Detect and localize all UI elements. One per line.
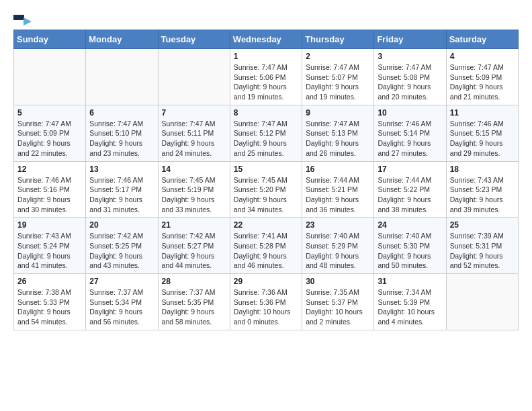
day-number: 5	[17, 108, 82, 118]
day-number: 30	[306, 277, 370, 286]
day-info: Sunrise: 7:37 AM Sunset: 5:35 PM Dayligh…	[162, 287, 226, 327]
day-number: 11	[450, 108, 515, 118]
day-number: 31	[378, 277, 442, 286]
weekday-header-sunday: Sunday	[14, 30, 86, 49]
calendar-week-row: 12Sunrise: 7:46 AM Sunset: 5:16 PM Dayli…	[14, 161, 519, 218]
day-info: Sunrise: 7:47 AM Sunset: 5:09 PM Dayligh…	[450, 62, 515, 102]
calendar-cell: 2Sunrise: 7:47 AM Sunset: 5:07 PM Daylig…	[302, 49, 374, 105]
calendar-cell: 20Sunrise: 7:42 AM Sunset: 5:25 PM Dayli…	[86, 218, 158, 274]
calendar-cell: 14Sunrise: 7:45 AM Sunset: 5:19 PM Dayli…	[158, 161, 230, 218]
calendar-cell: 3Sunrise: 7:47 AM Sunset: 5:08 PM Daylig…	[374, 49, 446, 105]
day-info: Sunrise: 7:44 AM Sunset: 5:22 PM Dayligh…	[378, 175, 442, 215]
day-info: Sunrise: 7:47 AM Sunset: 5:11 PM Dayligh…	[162, 119, 226, 158]
day-number: 10	[378, 108, 442, 118]
calendar-cell: 19Sunrise: 7:43 AM Sunset: 5:24 PM Dayli…	[14, 218, 86, 274]
day-number: 15	[234, 165, 298, 174]
calendar-cell: 5Sunrise: 7:47 AM Sunset: 5:09 PM Daylig…	[14, 105, 86, 161]
calendar-cell: 29Sunrise: 7:36 AM Sunset: 5:36 PM Dayli…	[230, 274, 302, 330]
day-info: Sunrise: 7:40 AM Sunset: 5:29 PM Dayligh…	[306, 231, 370, 271]
day-info: Sunrise: 7:35 AM Sunset: 5:37 PM Dayligh…	[306, 287, 370, 327]
day-info: Sunrise: 7:46 AM Sunset: 5:14 PM Dayligh…	[378, 119, 442, 158]
day-number: 3	[378, 52, 442, 61]
day-number: 20	[89, 220, 154, 230]
calendar-cell: 17Sunrise: 7:44 AM Sunset: 5:22 PM Dayli…	[374, 161, 446, 218]
calendar-cell: 18Sunrise: 7:43 AM Sunset: 5:23 PM Dayli…	[446, 161, 518, 218]
calendar-cell: 23Sunrise: 7:40 AM Sunset: 5:29 PM Dayli…	[302, 218, 374, 274]
calendar-cell	[446, 274, 518, 330]
calendar-week-row: 5Sunrise: 7:47 AM Sunset: 5:09 PM Daylig…	[14, 105, 519, 161]
day-number: 9	[306, 108, 370, 118]
day-number: 18	[450, 165, 515, 174]
day-info: Sunrise: 7:47 AM Sunset: 5:07 PM Dayligh…	[306, 62, 370, 102]
calendar-header-row: SundayMondayTuesdayWednesdayThursdayFrid…	[14, 30, 519, 49]
calendar-cell: 22Sunrise: 7:41 AM Sunset: 5:28 PM Dayli…	[230, 218, 302, 274]
calendar-week-row: 26Sunrise: 7:38 AM Sunset: 5:33 PM Dayli…	[14, 274, 519, 330]
day-info: Sunrise: 7:44 AM Sunset: 5:21 PM Dayligh…	[306, 175, 370, 215]
weekday-header-friday: Friday	[374, 30, 446, 49]
day-info: Sunrise: 7:46 AM Sunset: 5:15 PM Dayligh…	[450, 119, 515, 158]
calendar-cell: 21Sunrise: 7:42 AM Sunset: 5:27 PM Dayli…	[158, 218, 230, 274]
logo-arrow-icon	[24, 17, 32, 26]
day-info: Sunrise: 7:47 AM Sunset: 5:08 PM Dayligh…	[378, 62, 442, 102]
day-number: 8	[234, 108, 298, 118]
day-number: 27	[89, 277, 154, 286]
calendar-cell: 24Sunrise: 7:40 AM Sunset: 5:30 PM Dayli…	[374, 218, 446, 274]
weekday-header-tuesday: Tuesday	[158, 30, 230, 49]
day-info: Sunrise: 7:47 AM Sunset: 5:06 PM Dayligh…	[234, 62, 298, 102]
day-info: Sunrise: 7:37 AM Sunset: 5:34 PM Dayligh…	[89, 287, 154, 327]
calendar-cell	[86, 49, 158, 105]
weekday-header-wednesday: Wednesday	[230, 30, 302, 49]
calendar-week-row: 1Sunrise: 7:47 AM Sunset: 5:06 PM Daylig…	[14, 49, 519, 105]
day-info: Sunrise: 7:47 AM Sunset: 5:12 PM Dayligh…	[234, 119, 298, 158]
day-number: 25	[450, 220, 515, 230]
day-info: Sunrise: 7:42 AM Sunset: 5:27 PM Dayligh…	[162, 231, 226, 271]
calendar-cell: 6Sunrise: 7:47 AM Sunset: 5:10 PM Daylig…	[86, 105, 158, 161]
page-header	[13, 11, 519, 23]
weekday-header-thursday: Thursday	[302, 30, 374, 49]
calendar-week-row: 19Sunrise: 7:43 AM Sunset: 5:24 PM Dayli…	[14, 218, 519, 274]
calendar-cell: 27Sunrise: 7:37 AM Sunset: 5:34 PM Dayli…	[86, 274, 158, 330]
weekday-header-saturday: Saturday	[446, 30, 518, 49]
day-number: 14	[162, 165, 226, 174]
calendar-cell: 11Sunrise: 7:46 AM Sunset: 5:15 PM Dayli…	[446, 105, 518, 161]
day-number: 21	[162, 220, 226, 230]
day-number: 24	[378, 220, 442, 230]
calendar-cell: 4Sunrise: 7:47 AM Sunset: 5:09 PM Daylig…	[446, 49, 518, 105]
day-number: 26	[17, 277, 82, 286]
calendar-cell: 10Sunrise: 7:46 AM Sunset: 5:14 PM Dayli…	[374, 105, 446, 161]
day-info: Sunrise: 7:36 AM Sunset: 5:36 PM Dayligh…	[234, 287, 298, 327]
calendar-table: SundayMondayTuesdayWednesdayThursdayFrid…	[13, 30, 519, 330]
day-info: Sunrise: 7:46 AM Sunset: 5:17 PM Dayligh…	[89, 175, 154, 215]
day-info: Sunrise: 7:42 AM Sunset: 5:25 PM Dayligh…	[89, 231, 154, 271]
calendar-cell: 12Sunrise: 7:46 AM Sunset: 5:16 PM Dayli…	[14, 161, 86, 218]
day-info: Sunrise: 7:45 AM Sunset: 5:20 PM Dayligh…	[234, 175, 298, 215]
day-number: 4	[450, 52, 515, 61]
day-number: 13	[89, 165, 154, 174]
calendar-cell: 8Sunrise: 7:47 AM Sunset: 5:12 PM Daylig…	[230, 105, 302, 161]
day-number: 29	[234, 277, 298, 286]
day-number: 19	[17, 220, 82, 230]
day-number: 23	[306, 220, 370, 230]
day-info: Sunrise: 7:47 AM Sunset: 5:13 PM Dayligh…	[306, 119, 370, 158]
day-number: 7	[162, 108, 226, 118]
calendar-cell: 30Sunrise: 7:35 AM Sunset: 5:37 PM Dayli…	[302, 274, 374, 330]
day-number: 12	[17, 165, 82, 174]
weekday-header-monday: Monday	[86, 30, 158, 49]
logo	[13, 11, 24, 23]
day-info: Sunrise: 7:47 AM Sunset: 5:09 PM Dayligh…	[17, 119, 82, 158]
day-info: Sunrise: 7:47 AM Sunset: 5:10 PM Dayligh…	[89, 119, 154, 158]
calendar-cell: 28Sunrise: 7:37 AM Sunset: 5:35 PM Dayli…	[158, 274, 230, 330]
day-info: Sunrise: 7:45 AM Sunset: 5:19 PM Dayligh…	[162, 175, 226, 215]
day-info: Sunrise: 7:39 AM Sunset: 5:31 PM Dayligh…	[450, 231, 515, 271]
day-number: 16	[306, 165, 370, 174]
calendar-cell: 31Sunrise: 7:34 AM Sunset: 5:39 PM Dayli…	[374, 274, 446, 330]
calendar-cell: 25Sunrise: 7:39 AM Sunset: 5:31 PM Dayli…	[446, 218, 518, 274]
calendar-cell: 9Sunrise: 7:47 AM Sunset: 5:13 PM Daylig…	[302, 105, 374, 161]
day-number: 1	[234, 52, 298, 61]
day-info: Sunrise: 7:41 AM Sunset: 5:28 PM Dayligh…	[234, 231, 298, 271]
day-info: Sunrise: 7:38 AM Sunset: 5:33 PM Dayligh…	[17, 287, 82, 327]
day-info: Sunrise: 7:46 AM Sunset: 5:16 PM Dayligh…	[17, 175, 82, 215]
day-info: Sunrise: 7:43 AM Sunset: 5:24 PM Dayligh…	[17, 231, 82, 271]
calendar-cell: 7Sunrise: 7:47 AM Sunset: 5:11 PM Daylig…	[158, 105, 230, 161]
calendar-cell: 26Sunrise: 7:38 AM Sunset: 5:33 PM Dayli…	[14, 274, 86, 330]
